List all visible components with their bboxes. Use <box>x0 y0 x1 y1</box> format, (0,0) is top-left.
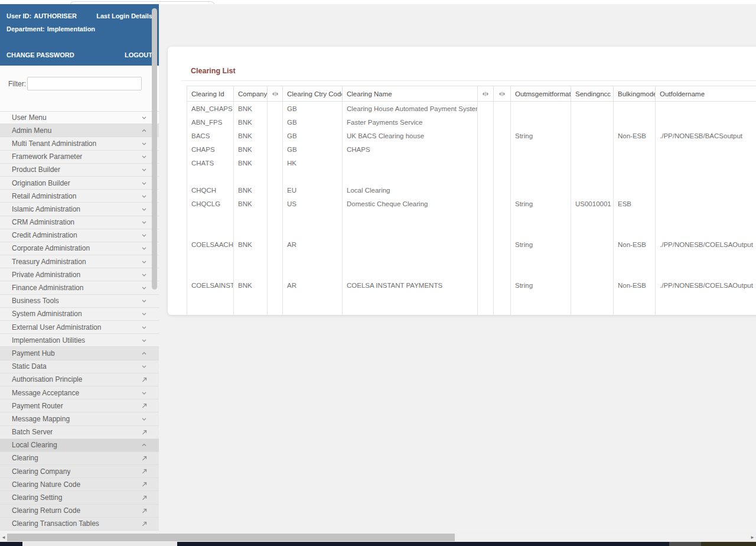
scroll-left-icon[interactable]: ◄ <box>0 533 7 542</box>
sidebar-item-batch-server[interactable]: Batch Server <box>0 426 159 439</box>
menu-item-label: Clearing <box>12 454 38 462</box>
column-resize-handle[interactable] <box>267 86 282 101</box>
cell-sendingncc <box>571 183 613 197</box>
sidebar-item-private-administration[interactable]: Private Administration <box>0 268 159 281</box>
table-row[interactable]: COELSAINSTBNKARCOELSA INSTANT PAYMENTSSt… <box>187 278 756 315</box>
column-header-sendingncc[interactable]: Sendingncc <box>571 86 613 101</box>
sidebar-item-islamic-administration[interactable]: Islamic Administration <box>0 203 159 216</box>
department: Department:Implementation <box>6 25 97 32</box>
column-header-clearing_id[interactable]: Clearing Id <box>187 86 233 101</box>
table-row[interactable]: BACSBNKGBUK BACS Clearing houseStringNon… <box>187 129 756 142</box>
change-password-link[interactable]: CHANGE PASSWORD <box>6 51 74 58</box>
cell-company: BNK <box>233 115 267 129</box>
table-row[interactable]: CHAPSBNKGBCHAPS <box>187 142 756 156</box>
department-value: Implementation <box>47 25 95 32</box>
filter-input[interactable] <box>27 77 142 90</box>
scroll-right-icon[interactable]: ► <box>749 533 756 542</box>
sidebar-item-local-clearing[interactable]: Local Clearing <box>0 439 159 452</box>
cell-outmsgemitformat <box>510 142 571 156</box>
sidebar-item-static-data[interactable]: Static Data <box>0 360 159 373</box>
chevron-down-icon <box>141 271 148 278</box>
open-in-new-icon <box>141 429 148 436</box>
table-row[interactable]: ABN_FPSBNKGBFaster Payments Service <box>187 115 756 129</box>
cell-clearing_ctry_code: AR <box>282 238 342 278</box>
sidebar-item-user-menu[interactable]: User Menu <box>0 111 159 124</box>
sidebar-item-authorisation-principle[interactable]: Authorisation Principle <box>0 373 159 386</box>
chevron-down-icon <box>141 258 148 265</box>
cell-sendingncc <box>571 238 613 278</box>
column-header-outfoldername[interactable]: Outfoldername <box>655 86 756 101</box>
chevron-down-icon <box>141 297 148 304</box>
clearing-table: Clearing IdCompany Clearing Ctry CodeCle… <box>187 86 756 315</box>
sidebar-item-retail-administration[interactable]: Retail Administration <box>0 190 159 203</box>
sidebar-item-admin-menu[interactable]: Admin Menu <box>0 124 159 137</box>
sidebar-item-clearing-return-code[interactable]: Clearing Return Code <box>0 505 159 518</box>
column-header-company[interactable]: Company <box>233 86 267 101</box>
menu-item-label: Admin Menu <box>12 126 51 135</box>
cell-resize_3 <box>493 142 510 156</box>
cell-outfoldername <box>655 183 756 197</box>
open-in-new-icon <box>141 402 148 409</box>
table-row[interactable]: CHQCHBNKEULocal Clearing <box>187 183 756 197</box>
cell-outfoldername <box>655 102 756 115</box>
cell-outmsgemitformat: String <box>510 197 571 238</box>
cell-resize_1 <box>267 129 282 142</box>
cell-clearing_name <box>342 238 477 278</box>
sidebar-item-clearing-transaction-tables[interactable]: Clearing Transaction Tables <box>0 518 159 531</box>
sidebar-item-framework-parameter[interactable]: Framework Parameter <box>0 151 159 164</box>
cell-clearing_ctry_code: GB <box>282 129 342 142</box>
table-row[interactable]: COELSAACHBNKARStringNon-ESB./PP/NONESB/C… <box>187 238 756 278</box>
column-header-clearing_name[interactable]: Clearing Name <box>342 86 477 101</box>
sidebar-item-clearing[interactable]: Clearing <box>0 452 159 465</box>
sidebar-item-treasury-administration[interactable]: Treasury Administration <box>0 255 159 268</box>
sidebar-item-corporate-administration[interactable]: Corporate Administration <box>0 242 159 255</box>
column-header-clearing_ctry_code[interactable]: Clearing Ctry Code <box>282 86 342 101</box>
menu-item-label: Finance Administration <box>12 284 83 292</box>
sidebar-item-system-administration[interactable]: System Administration <box>0 308 159 321</box>
sidebar-item-external-user-administration[interactable]: External User Administration <box>0 321 159 334</box>
chevron-down-icon <box>141 310 148 317</box>
bottom-strip-gray-segment <box>669 542 701 546</box>
horizontal-scrollbar-thumb[interactable] <box>7 534 455 541</box>
column-resize-handle[interactable] <box>493 86 510 101</box>
cell-company: BNK <box>233 129 267 142</box>
table-row[interactable]: ABN_CHAPSBNKGBClearing House Automated P… <box>187 102 756 115</box>
column-resize-handle[interactable] <box>477 86 493 101</box>
sidebar-item-message-acceptance[interactable]: Message Acceptance <box>0 386 159 399</box>
chevron-down-icon <box>141 180 148 187</box>
logout-link[interactable]: LOGOUT <box>125 51 152 58</box>
sidebar-item-payment-router[interactable]: Payment Router <box>0 399 159 412</box>
sidebar-item-crm-administration[interactable]: CRM Administration <box>0 216 159 229</box>
sidebar-item-implementation-utilities[interactable]: Implementation Utilities <box>0 334 159 347</box>
sidebar-item-credit-administration[interactable]: Credit Administration <box>0 229 159 242</box>
cell-sendingncc: US0010001 <box>571 197 613 238</box>
sidebar-item-payment-hub[interactable]: Payment Hub <box>0 347 159 360</box>
sidebar-item-finance-administration[interactable]: Finance Administration <box>0 281 159 294</box>
sidebar-item-business-tools[interactable]: Business Tools <box>0 295 159 308</box>
clearing-list-card: Clearing List Clearing IdCompany Clearin… <box>168 47 756 315</box>
last-login-details-link[interactable]: Last Login Details <box>96 12 152 20</box>
table-row[interactable]: CHQCLGBNKUSDomestic Cheque ClearingStrin… <box>187 197 756 238</box>
cell-sendingncc <box>571 129 613 142</box>
sidebar-item-message-mapping[interactable]: Message Mapping <box>0 412 159 425</box>
cell-bulkingmode <box>613 102 655 115</box>
sidebar-item-clearing-company[interactable]: Clearing Company <box>0 465 159 478</box>
column-header-bulkingmode[interactable]: Bulkingmode <box>613 86 655 101</box>
sidebar-item-origination-builder[interactable]: Origination Builder <box>0 177 159 190</box>
bottom-edge-strip <box>0 542 756 546</box>
sidebar-item-clearing-setting[interactable]: Clearing Setting <box>0 491 159 504</box>
cell-resize_1 <box>267 102 282 115</box>
sidebar-scrollbar-thumb[interactable] <box>152 8 157 290</box>
chevron-up-icon <box>141 441 148 448</box>
cell-resize_2 <box>477 278 493 315</box>
cell-resize_2 <box>477 238 493 278</box>
cell-clearing_id: COELSAINST <box>187 278 233 315</box>
sidebar-item-multi-tenant-administration[interactable]: Multi Tenant Administration <box>0 137 159 150</box>
menu-item-label: Payment Hub <box>12 349 55 358</box>
column-header-outmsgemitformat[interactable]: Outmsgemitformat <box>510 86 571 101</box>
department-label: Department: <box>6 25 45 32</box>
sidebar-item-clearing-nature-code[interactable]: Clearing Nature Code <box>0 478 159 491</box>
menu-item-label: External User Administration <box>12 323 101 332</box>
sidebar-item-product-builder[interactable]: Product Builder <box>0 164 159 177</box>
table-row[interactable]: CHATSBNKHK <box>187 156 756 183</box>
